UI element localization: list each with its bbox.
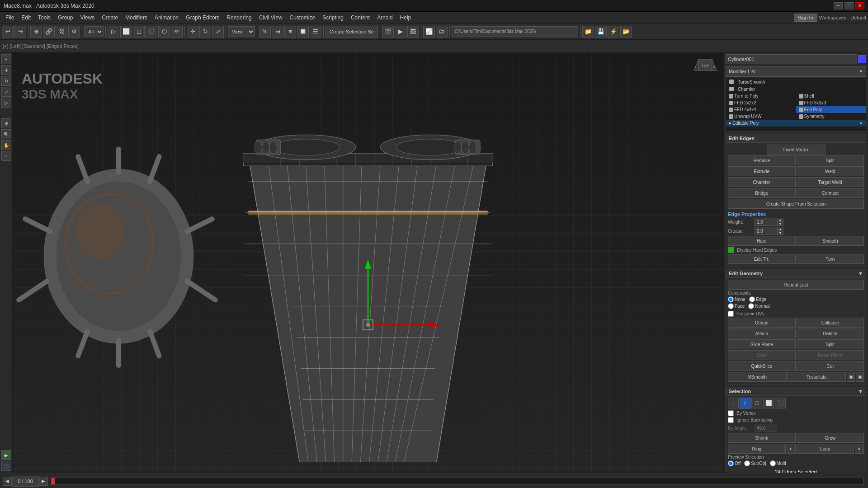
cut-btn[interactable]: Cut	[797, 361, 864, 371]
ring-btn[interactable]: Ring	[728, 444, 786, 454]
move-tool[interactable]: ✛	[1, 65, 11, 75]
maximize-btn[interactable]: □	[844, 2, 854, 9]
snap-toggle-btn[interactable]: 🔲	[297, 26, 309, 38]
mini-viewport-btn[interactable]: ⬛	[1, 461, 11, 471]
minimize-btn[interactable]: ─	[834, 2, 843, 9]
crease-up-arrow[interactable]: ▲	[777, 227, 783, 231]
split-btn[interactable]: Split	[797, 155, 864, 165]
menu-animation[interactable]: Animation	[151, 13, 182, 22]
modifier-edit-poly[interactable]: Edit Poly	[796, 106, 866, 113]
rotate-btn[interactable]: ↻	[199, 26, 211, 38]
window-crossing-btn[interactable]: ◻	[133, 26, 145, 38]
prev-frame-btn[interactable]: ◀	[3, 477, 12, 486]
close-btn[interactable]: ✕	[855, 2, 864, 9]
edit-tri-btn[interactable]: Edit Tri.	[728, 254, 796, 264]
modifier-unwrap-uvw[interactable]: Unwrap UVW	[726, 113, 796, 120]
menu-edit[interactable]: Edit	[18, 13, 34, 22]
repeat-last-btn[interactable]: Repeat Last	[728, 280, 864, 290]
open-recent-btn[interactable]: 📂	[620, 26, 632, 38]
modifier-symmetry[interactable]: Symmetry	[796, 113, 866, 120]
smooth-btn[interactable]: Smooth	[797, 236, 864, 246]
menu-content[interactable]: Content	[347, 13, 373, 22]
chamfer-btn[interactable]: Chamfer	[728, 177, 796, 187]
bind-to-space-btn[interactable]: ⚙	[68, 26, 80, 38]
turn-btn[interactable]: Turn	[797, 254, 864, 264]
render-frame-btn[interactable]: 🖼	[407, 26, 419, 38]
display-hard-edges-checkbox[interactable]	[728, 247, 734, 253]
crease-down-arrow[interactable]: ▼	[777, 231, 783, 235]
ring-arrow[interactable]: ▸	[787, 444, 796, 454]
create-selection-set-btn[interactable]: Create Selection Se	[326, 26, 378, 38]
subobj-radio[interactable]: SubObj	[744, 460, 766, 466]
freeform-btn[interactable]: 〇	[146, 26, 157, 38]
view-dropdown[interactable]: View	[228, 26, 255, 37]
vertex-select-icon[interactable]: ·	[728, 398, 739, 408]
menu-civil-view[interactable]: Civil View	[255, 13, 286, 22]
modifier-editable-poly[interactable]: ▶ Editable Poly ✕	[726, 120, 866, 127]
rotate-tool[interactable]: ↻	[1, 76, 11, 86]
nav-cube[interactable]: TOP L R	[692, 57, 719, 84]
collapse-btn[interactable]: Collapse	[797, 318, 864, 328]
modifier-ffd4x4x4[interactable]: FFD 4x4x4	[726, 106, 796, 113]
quickslice-btn[interactable]: QuickSlice	[728, 361, 796, 371]
play-anim-btn[interactable]: ▶	[1, 450, 11, 460]
bridge-btn[interactable]: Bridge	[728, 188, 796, 198]
loop-arrow[interactable]: ▸	[855, 444, 864, 454]
weld-btn[interactable]: Weld	[797, 166, 864, 176]
crease-input[interactable]	[755, 227, 777, 235]
modifier-list-dropdown[interactable]: Modifier List ▼	[726, 66, 866, 77]
orbit-tool[interactable]: ○	[1, 151, 11, 161]
reset-plane-btn[interactable]: Reset Plane	[797, 350, 864, 360]
menu-views[interactable]: Views	[76, 13, 98, 22]
zoom-extents-btn[interactable]: ⊞	[1, 118, 11, 128]
sign-in-button[interactable]: Sign In	[794, 14, 817, 22]
edit-geometry-header[interactable]: Edit Geometry ▼	[726, 269, 866, 278]
menu-create[interactable]: Create	[98, 13, 122, 22]
menu-graph-editors[interactable]: Graph Editors	[182, 13, 223, 22]
tessellate-btn[interactable]: Tessellate	[788, 372, 846, 382]
msmooth-settings-btn[interactable]: ▣	[847, 372, 855, 382]
menu-customize[interactable]: Customize	[286, 13, 319, 22]
lasso-btn[interactable]: ⬡	[158, 26, 170, 38]
unlink-btn[interactable]: ⛓	[56, 26, 67, 38]
menu-group[interactable]: Group	[54, 13, 76, 22]
create-geo-btn[interactable]: Create	[728, 318, 796, 328]
target-weld-btn[interactable]: Target Weld	[797, 177, 864, 187]
timeline-track[interactable]	[50, 478, 863, 485]
msmooth-btn[interactable]: MSmooth	[728, 372, 787, 382]
extrude-btn[interactable]: Extrude	[728, 166, 796, 176]
select-tool[interactable]: ▷	[1, 98, 11, 108]
preserve-uvs-checkbox[interactable]	[728, 311, 734, 317]
undo-btn[interactable]: ↩	[2, 26, 14, 38]
edge-radio[interactable]: Edge	[749, 296, 766, 302]
detach-btn[interactable]: Detach	[797, 328, 864, 338]
weight-input[interactable]	[755, 218, 777, 226]
poly-select-icon[interactable]: ⬜	[763, 398, 774, 408]
loop-btn[interactable]: Loop	[797, 444, 854, 454]
modifier-turn-to-poly[interactable]: Turn to Poly	[726, 93, 796, 99]
modifier-chamfer[interactable]: Chamfer	[726, 85, 866, 93]
folder-btn[interactable]: 📁	[582, 26, 594, 38]
redo-btn[interactable]: ↪	[14, 26, 26, 38]
ignore-backfacing-checkbox[interactable]	[728, 417, 734, 423]
auto-backup-btn[interactable]: ⚡	[608, 26, 619, 38]
shrink-btn[interactable]: Shrink	[728, 433, 796, 443]
scale-btn[interactable]: ⤢	[212, 26, 224, 38]
align-btn[interactable]: ≡	[284, 26, 296, 38]
border-select-icon[interactable]: ⬡	[751, 398, 762, 408]
mirror-btn[interactable]: ⫤	[272, 26, 283, 38]
menu-modifiers[interactable]: Modifiers	[122, 13, 151, 22]
slice-plane-btn[interactable]: Slice Plane	[728, 339, 796, 349]
modifier-turbosm[interactable]: TurboSmooth	[726, 78, 866, 85]
menu-scripting[interactable]: Scripting	[319, 13, 347, 22]
element-select-icon[interactable]: ⬛	[775, 398, 786, 408]
schematic-view-btn[interactable]: 🗂	[436, 26, 448, 38]
off-radio[interactable]: Off	[728, 460, 741, 466]
none-radio[interactable]: None	[728, 296, 745, 302]
link-btn[interactable]: 🔗	[43, 26, 55, 38]
create-tool[interactable]: +	[1, 54, 11, 64]
edge-select-icon[interactable]: /	[740, 398, 750, 408]
select-btn[interactable]: ▷	[108, 26, 119, 38]
paint-select-btn[interactable]: ✏	[171, 26, 183, 38]
menu-rendering[interactable]: Rendering	[223, 13, 255, 22]
